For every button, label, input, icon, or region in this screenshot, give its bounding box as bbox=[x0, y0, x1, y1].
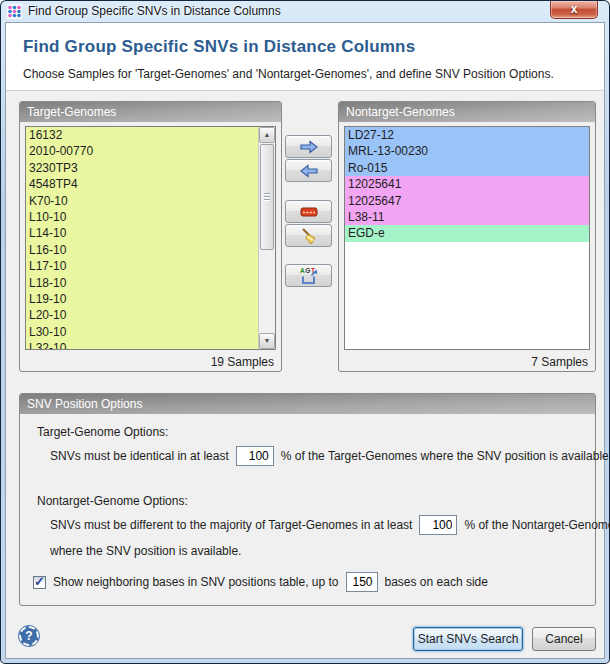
list-item[interactable]: L10-10 bbox=[26, 209, 258, 225]
neighboring-bases-input[interactable] bbox=[346, 572, 378, 592]
cancel-button[interactable]: Cancel bbox=[532, 627, 596, 651]
header-band: Find Group Specific SNVs in Distance Col… bbox=[6, 23, 604, 91]
list-item[interactable]: 2010-00770 bbox=[26, 143, 258, 159]
scroll-up-icon[interactable]: ▲ bbox=[259, 127, 275, 143]
target-genomes-panel: Target-Genomes 161322010-007703230TP3454… bbox=[19, 101, 282, 372]
target-genomes-items: 161322010-007703230TP34548TP4K70-10L10-1… bbox=[26, 127, 258, 349]
target-genomes-listbox[interactable]: 161322010-007703230TP34548TP4K70-10L10-1… bbox=[25, 126, 276, 350]
list-item[interactable]: L14-10 bbox=[26, 225, 258, 241]
nontarget-sample-count: 7 Samples bbox=[531, 355, 588, 369]
neighboring-bases-suffix: bases on each side bbox=[385, 575, 488, 589]
remove-button[interactable] bbox=[285, 200, 332, 223]
nontarget-threshold-row: SNVs must be different to the majority o… bbox=[50, 515, 610, 535]
target-threshold-suffix: % of the Target-Genomes where the SNV po… bbox=[281, 449, 610, 463]
list-item[interactable]: Ro-015 bbox=[345, 160, 589, 176]
neighboring-bases-label: Show neighboring bases in SNV positions … bbox=[53, 575, 339, 589]
target-genome-options-label: Target-Genome Options: bbox=[37, 425, 168, 439]
nontarget-threshold-suffix: % of the Nontarget-Genomes bbox=[464, 518, 610, 532]
list-item[interactable]: MRL-13-00230 bbox=[345, 143, 589, 159]
app-icon bbox=[7, 4, 22, 19]
snv-position-options-group: SNV Position Options Target-Genome Optio… bbox=[19, 393, 596, 606]
titlebar[interactable]: Find Group Specific SNVs in Distance Col… bbox=[0, 1, 610, 21]
list-item[interactable]: 4548TP4 bbox=[26, 176, 258, 192]
list-item[interactable]: L17-10 bbox=[26, 258, 258, 274]
arrow-left-icon bbox=[298, 163, 320, 179]
list-item[interactable]: EGD-e bbox=[345, 225, 589, 241]
arrow-right-icon bbox=[298, 139, 320, 155]
target-genomes-header: Target-Genomes bbox=[20, 102, 281, 122]
window-title: Find Group Specific SNVs in Distance Col… bbox=[28, 4, 281, 18]
nontarget-genomes-items: LD27-12MRL-13-00230Ro-015120256411202564… bbox=[345, 127, 589, 349]
list-item[interactable]: LD27-12 bbox=[345, 127, 589, 143]
broom-icon bbox=[299, 226, 319, 246]
target-sample-count: 19 Samples bbox=[211, 355, 274, 369]
list-item[interactable]: L16-10 bbox=[26, 242, 258, 258]
page-title: Find Group Specific SNVs in Distance Col… bbox=[23, 37, 415, 57]
target-list-scrollbar[interactable]: ▲ ▼ bbox=[258, 127, 275, 349]
target-threshold-prefix: SNVs must be identical in at least bbox=[50, 449, 229, 463]
target-threshold-input[interactable] bbox=[236, 446, 274, 466]
nontarget-genome-options-label: Nontarget-Genome Options: bbox=[37, 494, 188, 508]
nontarget-genomes-header: Nontarget-Genomes bbox=[339, 102, 595, 122]
move-left-button[interactable] bbox=[285, 159, 332, 182]
clear-button[interactable] bbox=[285, 224, 332, 247]
scrollbar-thumb[interactable] bbox=[260, 144, 274, 250]
start-snvs-search-button[interactable]: Start SNVs Search bbox=[413, 627, 523, 651]
nontarget-threshold-input[interactable] bbox=[419, 515, 457, 535]
list-item[interactable]: L20-10 bbox=[26, 307, 258, 323]
scroll-down-icon[interactable]: ▼ bbox=[259, 333, 275, 349]
list-item[interactable]: 12025647 bbox=[345, 193, 589, 209]
dialog-content: Find Group Specific SNVs in Distance Col… bbox=[5, 22, 605, 659]
nontarget-genomes-listbox[interactable]: LD27-12MRL-13-00230Ro-015120256411202564… bbox=[344, 126, 590, 350]
list-item[interactable]: 16132 bbox=[26, 127, 258, 143]
dialog-window: Find Group Specific SNVs in Distance Col… bbox=[0, 0, 610, 664]
close-button[interactable]: x bbox=[550, 1, 598, 19]
svg-text:A: A bbox=[300, 267, 305, 274]
scrollbar-grip-icon bbox=[264, 193, 270, 202]
help-button[interactable]: ? bbox=[19, 626, 39, 646]
nontarget-threshold-continuation: where the SNV position is available. bbox=[50, 544, 241, 558]
list-item[interactable]: 3230TP3 bbox=[26, 160, 258, 176]
neighboring-bases-row: Show neighboring bases in SNV positions … bbox=[33, 572, 488, 592]
snv-options-header: SNV Position Options bbox=[20, 394, 595, 414]
nontarget-threshold-prefix: SNVs must be different to the majority o… bbox=[50, 518, 412, 532]
list-item[interactable]: L18-10 bbox=[26, 275, 258, 291]
remove-icon bbox=[300, 207, 318, 217]
list-item[interactable]: K70-10 bbox=[26, 193, 258, 209]
move-right-button[interactable] bbox=[285, 135, 332, 158]
show-neighboring-bases-checkbox[interactable] bbox=[33, 576, 46, 589]
svg-text:G: G bbox=[305, 267, 310, 274]
target-threshold-row: SNVs must be identical in at least % of … bbox=[50, 446, 610, 466]
list-item[interactable]: L30-10 bbox=[26, 324, 258, 340]
list-item[interactable]: L32-10 bbox=[26, 340, 258, 350]
page-subtitle: Choose Samples for 'Target-Genomes' and … bbox=[23, 67, 554, 81]
list-item[interactable]: L19-10 bbox=[26, 291, 258, 307]
export-alignment-button[interactable]: A G T bbox=[285, 264, 332, 287]
list-item[interactable]: L38-11 bbox=[345, 209, 589, 225]
agt-export-icon: A G T bbox=[299, 266, 319, 286]
list-item[interactable]: 12025641 bbox=[345, 176, 589, 192]
nontarget-genomes-panel: Nontarget-Genomes LD27-12MRL-13-00230Ro-… bbox=[338, 101, 596, 372]
